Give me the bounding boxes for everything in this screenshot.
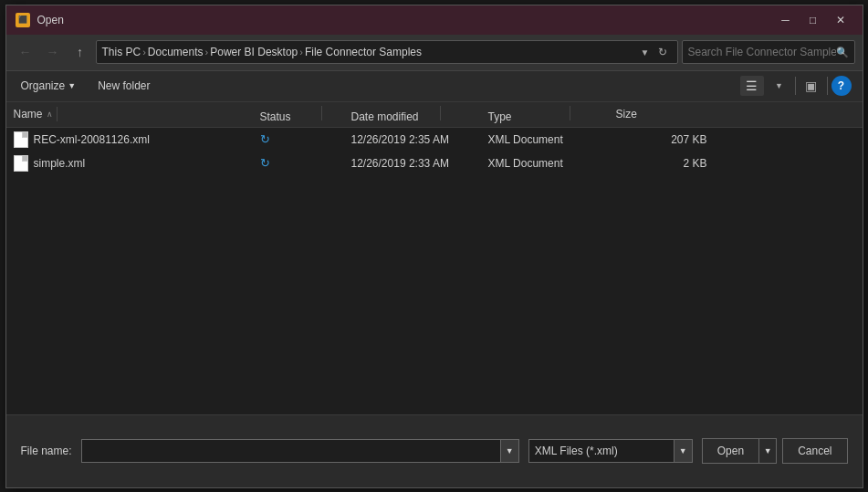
filetype-dropdown-button[interactable]: ▼ [675, 439, 693, 463]
file-type: XML Document [488, 157, 616, 170]
cancel-button[interactable]: Cancel [782, 438, 847, 464]
column-status: Status [260, 106, 351, 123]
organize-chevron-icon: ▼ [68, 81, 76, 90]
new-folder-label: New folder [98, 79, 150, 92]
file-date: 12/26/2019 2:33 AM [351, 157, 488, 170]
column-divider-2 [321, 106, 322, 120]
column-size: Size [616, 108, 707, 120]
toolbar-right: ☰ ▼ ▣ ? [740, 76, 852, 96]
breadcrumb: This PC › Documents › Power BI Desktop ›… [102, 46, 637, 58]
window-controls: ─ □ ✕ [773, 11, 853, 29]
sync-icon: ↻ [260, 156, 270, 170]
file-icon [14, 131, 28, 148]
breadcrumb-folder[interactable]: File Connector Samples [305, 46, 422, 58]
navigation-bar: ← → ↑ This PC › Documents › Power BI Des… [6, 35, 863, 71]
address-refresh-button[interactable]: ↻ [654, 43, 672, 61]
minimize-button[interactable]: ─ [773, 11, 799, 29]
column-divider-3 [440, 106, 441, 120]
title-bar: ⬛ Open ─ □ ✕ [6, 5, 863, 35]
toolbar-divider [795, 77, 796, 95]
organize-button[interactable]: Organize ▼ [17, 77, 80, 95]
address-bar: This PC › Documents › Power BI Desktop ›… [96, 40, 678, 64]
search-input[interactable] [688, 46, 836, 58]
open-dialog: ⬛ Open ─ □ ✕ ← → ↑ This PC › Documents ›… [5, 5, 863, 488]
forward-button[interactable]: → [41, 40, 65, 64]
file-name: simple.xml [34, 157, 260, 170]
table-row[interactable]: REC-xml-20081126.xml ↻ 12/26/2019 2:35 A… [6, 128, 863, 152]
maximize-button[interactable]: □ [800, 11, 826, 29]
file-size: 2 KB [616, 157, 707, 170]
file-icon [14, 155, 28, 172]
back-button[interactable]: ← [14, 40, 37, 64]
file-type: XML Document [488, 133, 616, 146]
filename-label: File name: [21, 445, 72, 457]
view-details-button[interactable]: ☰ [740, 76, 764, 96]
new-folder-button[interactable]: New folder [94, 77, 153, 95]
sort-icon: ∧ [47, 110, 53, 119]
column-divider-1 [57, 107, 58, 121]
filetype-wrapper: ▼ [528, 439, 693, 463]
table-row[interactable]: simple.xml ↻ 12/26/2019 2:33 AM XML Docu… [6, 152, 863, 175]
view-dropdown-button[interactable]: ▼ [768, 76, 791, 96]
file-list: REC-xml-20081126.xml ↻ 12/26/2019 2:35 A… [6, 128, 863, 414]
sync-icon: ↻ [260, 132, 270, 146]
filename-dropdown-button[interactable]: ▼ [501, 439, 519, 463]
file-area: Name ∧ Status Date modified Type Size [6, 102, 863, 414]
filename-input-wrapper: ▼ [81, 439, 519, 463]
column-divider-4 [570, 106, 570, 120]
column-type: Type [488, 106, 616, 123]
help-button[interactable]: ? [831, 76, 852, 96]
file-name: REC-xml-20081126.xml [34, 133, 260, 146]
file-status: ↻ [260, 156, 351, 170]
toolbar-divider2 [827, 77, 828, 95]
breadcrumb-documents[interactable]: Documents [148, 46, 204, 58]
toolbar: Organize ▼ New folder ☰ ▼ ▣ ? [6, 71, 863, 102]
breadcrumb-power-bi[interactable]: Power BI Desktop [210, 46, 298, 58]
column-date: Date modified [351, 106, 488, 123]
column-name: Name ∧ [14, 107, 260, 121]
dialog-title: Open [37, 14, 773, 26]
action-buttons: Open ▼ Cancel [702, 438, 848, 464]
breadcrumb-this-pc[interactable]: This PC [102, 46, 141, 58]
search-box: 🔍 [682, 40, 855, 64]
file-status: ↻ [260, 132, 351, 146]
filename-input[interactable] [81, 439, 501, 463]
search-icon: 🔍 [836, 47, 849, 58]
column-header: Name ∧ Status Date modified Type Size [6, 102, 863, 128]
preview-pane-button[interactable]: ▣ [800, 76, 823, 96]
open-split-button[interactable]: ▼ [758, 438, 777, 464]
file-size: 207 KB [616, 133, 707, 146]
organize-label: Organize [21, 79, 66, 92]
address-dropdown-button[interactable]: ▼ [641, 47, 650, 58]
close-button[interactable]: ✕ [828, 11, 853, 29]
bottom-bar: File name: ▼ ▼ Open ▼ Cancel [6, 414, 863, 487]
open-button[interactable]: Open [702, 438, 758, 464]
up-button[interactable]: ↑ [68, 40, 92, 64]
filetype-input[interactable] [528, 439, 675, 463]
app-icon: ⬛ [16, 13, 30, 27]
file-date: 12/26/2019 2:35 AM [351, 133, 488, 146]
